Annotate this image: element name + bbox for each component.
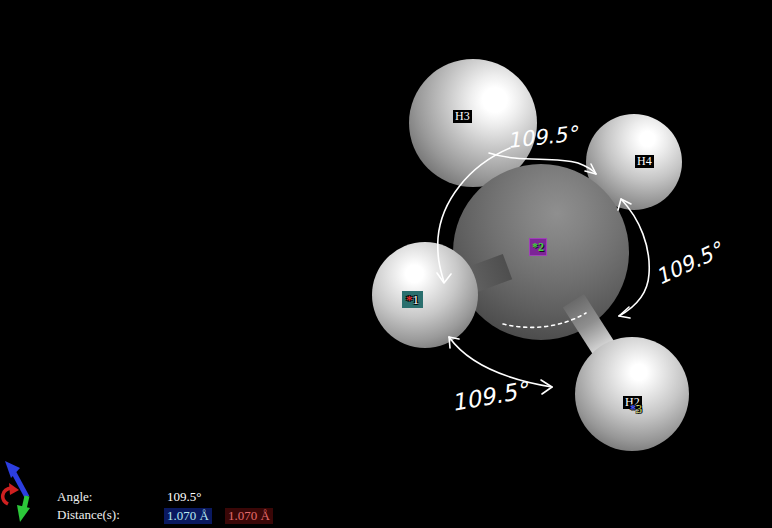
arrowhead [619,307,630,318]
atom-label-h3: H3 [453,110,472,123]
angle-arc-bottom [449,337,552,387]
status-angle-label: Angle: [57,489,92,504]
arrowhead [541,380,552,394]
status-distance-label: Distance(s): [57,507,120,522]
atom-sphere-h1[interactable] [372,242,478,348]
selection-marker-1-h1: *1 [402,291,423,308]
marker-number: 1 [413,292,420,307]
selection-marker-3-h2: *3 [630,403,642,416]
atom-sphere-h2[interactable] [575,337,689,451]
status-distance-value-1: 1.070 Å [164,508,212,524]
molecule-3d-viewport[interactable]: H3 H4 H2 *1 *2 *3 109. [0,0,772,528]
marker-number: 2 [538,240,544,254]
atom-label-h4: H4 [635,155,654,168]
angle-value-bottom: 109.5° [449,377,531,416]
axis-red-arrowhead-icon [9,483,19,495]
selection-marker-2-carbon: *2 [529,238,547,256]
status-angle-value: 109.5° [167,489,201,504]
axis-orientation-widget [0,455,42,527]
axis-green-arrowhead-icon [17,505,30,522]
marker-number: 3 [636,402,642,416]
axis-blue-arrow [14,473,27,497]
status-distance-value-2: 1.070 Å [225,508,273,524]
angle-value-right: 109.5° [652,237,728,289]
